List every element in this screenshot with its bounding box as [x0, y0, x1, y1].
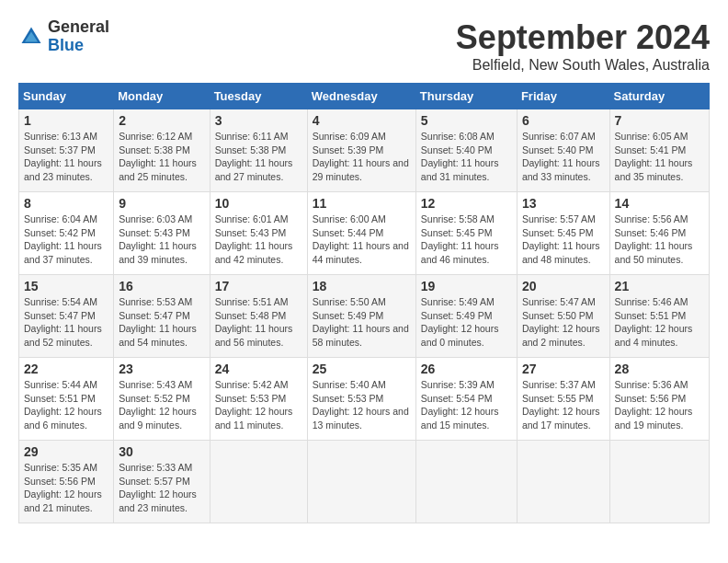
day-number: 13 — [522, 196, 605, 211]
sunset-label: Sunset: — [119, 393, 154, 404]
day-number: 17 — [215, 279, 302, 293]
calendar-week-3: 15 Sunrise: 5:54 AM Sunset: 5:47 PM Dayl… — [19, 275, 710, 358]
daylight-label: Daylight: — [215, 323, 256, 334]
sunset-time: 5:40 PM — [456, 144, 492, 155]
day-info: Sunrise: 6:07 AM Sunset: 5:40 PM Dayligh… — [522, 130, 605, 184]
sunrise-label: Sunrise: — [421, 131, 459, 142]
table-row: 28 Sunrise: 5:36 AM Sunset: 5:56 PM Dayl… — [609, 358, 709, 441]
sunset-time: 5:47 PM — [60, 310, 96, 321]
daylight-label: Daylight: — [421, 323, 461, 334]
sunset-label: Sunset: — [215, 310, 251, 321]
sunset-time: 5:57 PM — [154, 476, 190, 487]
sunrise-time: 6:04 AM — [62, 213, 97, 224]
calendar-week-2: 8 Sunrise: 6:04 AM Sunset: 5:42 PM Dayli… — [19, 192, 710, 275]
daylight-label: Daylight: — [215, 406, 256, 417]
day-number: 24 — [215, 362, 302, 376]
sunrise-time: 5:35 AM — [62, 462, 97, 473]
sunrise-time: 5:56 AM — [653, 213, 688, 224]
sunrise-label: Sunrise: — [313, 131, 350, 142]
day-number: 25 — [313, 362, 411, 376]
table-row: 2 Sunrise: 6:12 AM Sunset: 5:38 PM Dayli… — [114, 109, 210, 192]
daylight-label: Daylight: — [522, 157, 563, 168]
col-monday: Monday — [114, 84, 210, 109]
calendar-week-1: 1 Sunrise: 6:13 AM Sunset: 5:37 PM Dayli… — [19, 109, 710, 192]
sunset-label: Sunset: — [615, 227, 651, 238]
header-row: Sunday Monday Tuesday Wednesday Thursday… — [19, 84, 710, 109]
title-block: September 2024 Belfield, New South Wales… — [456, 18, 710, 74]
daylight-label: Daylight: — [522, 240, 563, 251]
day-number: 30 — [119, 444, 204, 459]
sunrise-time: 6:00 AM — [350, 213, 386, 224]
sunrise-time: 6:07 AM — [560, 131, 596, 142]
sunrise-label: Sunrise: — [119, 296, 156, 307]
sunset-label: Sunset: — [421, 227, 457, 238]
sunset-label: Sunset: — [24, 144, 60, 155]
sunrise-time: 6:03 AM — [157, 213, 193, 224]
sunrise-label: Sunrise: — [119, 462, 156, 473]
table-row: 18 Sunrise: 5:50 AM Sunset: 5:49 PM Dayl… — [307, 275, 415, 358]
table-row: 1 Sunrise: 6:13 AM Sunset: 5:37 PM Dayli… — [19, 109, 114, 192]
daylight-label: Daylight: — [215, 157, 256, 168]
sunset-label: Sunset: — [215, 393, 251, 404]
day-number: 18 — [313, 279, 411, 293]
sunset-time: 5:53 PM — [250, 393, 286, 404]
day-number: 6 — [522, 113, 605, 128]
sunset-label: Sunset: — [313, 310, 348, 321]
sunset-time: 5:56 PM — [650, 393, 686, 404]
col-wednesday: Wednesday — [307, 84, 415, 109]
sunset-label: Sunset: — [421, 144, 457, 155]
sunset-time: 5:45 PM — [557, 227, 593, 238]
sunrise-time: 5:40 AM — [350, 379, 386, 390]
sunset-time: 5:49 PM — [347, 310, 383, 321]
daylight-label: Daylight: — [313, 406, 353, 417]
calendar-table: Sunday Monday Tuesday Wednesday Thursday… — [18, 83, 710, 523]
day-info: Sunrise: 5:40 AM Sunset: 5:53 PM Dayligh… — [313, 378, 411, 432]
day-info: Sunrise: 5:47 AM Sunset: 5:50 PM Dayligh… — [522, 295, 605, 350]
sunset-label: Sunset: — [119, 310, 154, 321]
day-number: 28 — [615, 362, 704, 376]
day-info: Sunrise: 6:08 AM Sunset: 5:40 PM Dayligh… — [421, 130, 512, 184]
daylight-label: Daylight: — [119, 323, 159, 334]
col-sunday: Sunday — [19, 84, 114, 109]
daylight-label: Daylight: — [119, 406, 159, 417]
day-number: 16 — [119, 279, 204, 293]
logo-icon — [18, 24, 44, 50]
sunrise-time: 6:09 AM — [350, 131, 386, 142]
table-row: 8 Sunrise: 6:04 AM Sunset: 5:42 PM Dayli… — [19, 192, 114, 275]
table-row — [517, 441, 609, 523]
page-title: September 2024 — [456, 18, 710, 57]
day-info: Sunrise: 6:04 AM Sunset: 5:42 PM Dayligh… — [24, 213, 108, 267]
logo: General Blue — [18, 18, 109, 55]
sunset-time: 5:45 PM — [456, 227, 492, 238]
sunrise-label: Sunrise: — [421, 379, 459, 390]
sunrise-time: 5:44 AM — [62, 379, 97, 390]
daylight-label: Daylight: — [24, 323, 64, 334]
day-info: Sunrise: 5:56 AM Sunset: 5:46 PM Dayligh… — [615, 213, 704, 267]
sunrise-label: Sunrise: — [119, 131, 156, 142]
day-number: 11 — [313, 196, 411, 211]
sunrise-time: 5:47 AM — [560, 296, 596, 307]
sunrise-label: Sunrise: — [313, 296, 350, 307]
daylight-label: Daylight: — [615, 406, 655, 417]
sunrise-label: Sunrise: — [24, 296, 62, 307]
day-info: Sunrise: 5:58 AM Sunset: 5:45 PM Dayligh… — [421, 213, 512, 267]
sunrise-label: Sunrise: — [615, 379, 653, 390]
day-number: 26 — [421, 362, 512, 376]
sunset-time: 5:52 PM — [154, 393, 190, 404]
day-info: Sunrise: 5:50 AM Sunset: 5:49 PM Dayligh… — [313, 295, 411, 350]
sunset-time: 5:50 PM — [557, 310, 593, 321]
daylight-label: Daylight: — [421, 240, 461, 251]
sunrise-time: 6:01 AM — [253, 213, 289, 224]
sunset-time: 5:49 PM — [456, 310, 492, 321]
daylight-label: Daylight: — [24, 240, 64, 251]
day-info: Sunrise: 5:51 AM Sunset: 5:48 PM Dayligh… — [215, 295, 302, 350]
sunrise-label: Sunrise: — [615, 296, 653, 307]
day-number: 21 — [615, 279, 704, 293]
sunset-time: 5:40 PM — [557, 144, 593, 155]
sunset-label: Sunset: — [615, 310, 651, 321]
sunrise-label: Sunrise: — [215, 131, 253, 142]
sunrise-label: Sunrise: — [119, 379, 156, 390]
sunset-time: 5:43 PM — [250, 227, 286, 238]
sunrise-label: Sunrise: — [615, 213, 653, 224]
sunset-time: 5:55 PM — [557, 393, 593, 404]
